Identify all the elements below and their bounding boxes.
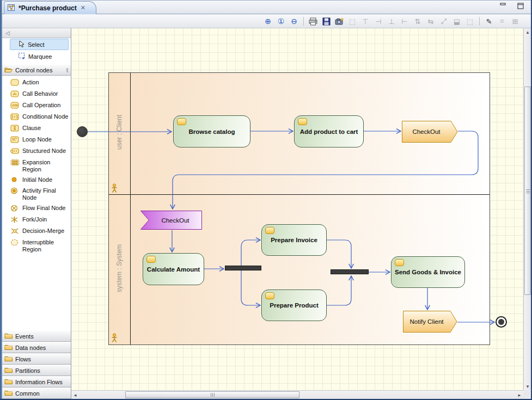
- flow-final-node-icon: [10, 205, 20, 213]
- tool-marquee-label: Marquee: [28, 53, 52, 60]
- folder-closed-icon: [4, 344, 13, 352]
- horizontal-scrollbar[interactable]: ◄ ►: [71, 390, 523, 399]
- fork-node[interactable]: [225, 266, 261, 270]
- zoom-original-icon[interactable]: ①: [275, 16, 287, 27]
- partition-label-system[interactable]: system : System: [115, 230, 123, 306]
- diagram-file-icon: [8, 4, 16, 13]
- palette-header[interactable]: ◁: [2, 28, 71, 38]
- initial-node[interactable]: [77, 126, 88, 137]
- save-icon[interactable]: [320, 16, 332, 27]
- grid-icon[interactable]: ⌗: [496, 16, 508, 27]
- palette-item-structured-node[interactable]: Structured Node: [2, 146, 71, 157]
- diagram-canvas[interactable]: user : Client system : System: [71, 28, 523, 390]
- palette-spacer: [2, 255, 71, 330]
- send-signal-checkout[interactable]: CheckOut: [402, 121, 458, 143]
- drawer-pin-icon[interactable]: ⟪: [66, 67, 69, 73]
- call-operation-icon: [10, 102, 20, 110]
- send-signal-notify-client[interactable]: Notify Client: [403, 311, 457, 333]
- vertical-scrollbar[interactable]: ▲ ▼: [523, 28, 531, 390]
- interruptible-region-icon: [10, 239, 20, 247]
- call-behavior-icon: [10, 90, 20, 99]
- align-top-icon: ⊤: [359, 16, 371, 27]
- action-badge-icon: [395, 259, 404, 266]
- palette-item-expansion-region[interactable]: Expansion Region: [2, 157, 71, 175]
- tool-marquee[interactable]: Marquee: [10, 51, 69, 62]
- scroll-right-icon[interactable]: ►: [516, 391, 523, 399]
- action-badge-icon: [298, 118, 307, 125]
- action-icon: [10, 79, 20, 87]
- activity-final-dot: [498, 319, 504, 325]
- action-calculate-amount[interactable]: Calculate Amount: [143, 253, 204, 285]
- palette-item-interruptible-region[interactable]: Interruptible Region: [2, 237, 71, 255]
- folder-closed-icon: [4, 378, 13, 386]
- tab-title: *Purchase product: [19, 4, 77, 12]
- accept-event-checkout[interactable]: CheckOut: [140, 211, 202, 230]
- maximize-view-button[interactable]: [516, 3, 525, 11]
- activity-final-node[interactable]: [496, 316, 507, 328]
- window-border-top: [0, 0, 532, 1]
- action-label: Browse catalog: [189, 128, 235, 135]
- zoom-in-icon[interactable]: ⊕: [262, 16, 274, 27]
- decision-merge-icon: [10, 227, 20, 236]
- marquee-icon: [18, 52, 26, 60]
- tool-select-label: Select: [28, 41, 45, 48]
- action-browse-catalog[interactable]: Browse catalog: [173, 115, 250, 147]
- distribute-horizontal-icon: ⇆: [425, 16, 437, 27]
- palette-item-loop-node[interactable]: Loop Node: [2, 134, 71, 146]
- tool-select[interactable]: Select: [10, 39, 69, 50]
- fork-join-icon: [10, 216, 20, 224]
- palette-item-initial-node[interactable]: Initial Node: [2, 175, 71, 186]
- actor-icon: [111, 333, 118, 344]
- print-icon[interactable]: [307, 16, 319, 27]
- minimize-view-button[interactable]: [498, 3, 508, 11]
- drawer-control-nodes[interactable]: Control nodes ⟪: [2, 64, 71, 76]
- palette-item-fork-join[interactable]: Fork/Join: [2, 214, 71, 226]
- partition-label-user-client[interactable]: user : Client: [115, 94, 123, 170]
- snapshot-icon[interactable]: [333, 16, 345, 27]
- drawer-partitions[interactable]: Partitions: [2, 365, 71, 376]
- palette-item-action[interactable]: Action: [2, 77, 71, 89]
- drawer-common[interactable]: Common: [2, 387, 71, 399]
- expansion-region-icon: [10, 159, 20, 167]
- palette-item-clause[interactable]: Clause: [2, 123, 71, 134]
- action-add-product-to-cart[interactable]: Add product to cart: [294, 115, 364, 147]
- action-label: Prepare Invoice: [271, 237, 317, 243]
- partition-divider[interactable]: [109, 194, 490, 195]
- scrollbar-corner: [523, 390, 531, 399]
- drawer-data-nodes[interactable]: Data nodes: [2, 342, 71, 353]
- drawer-events[interactable]: Events: [2, 330, 71, 342]
- palette-item-decision-merge[interactable]: Decision-Merge: [2, 226, 71, 237]
- palette-item-call-operation[interactable]: Call Operation: [2, 100, 71, 112]
- tab-close-icon[interactable]: ✕: [81, 4, 85, 11]
- drawer-flows[interactable]: Flows: [2, 353, 71, 365]
- action-prepare-invoice[interactable]: Prepare Invoice: [261, 224, 327, 256]
- action-prepare-product[interactable]: Prepare Product: [261, 290, 327, 321]
- action-label: Add product to cart: [300, 128, 358, 135]
- vertical-scroll-thumb[interactable]: [524, 87, 531, 295]
- tab-purchase-product[interactable]: *Purchase product ✕: [4, 1, 96, 14]
- folder-closed-icon: [4, 333, 13, 340]
- clause-icon: [10, 125, 20, 133]
- editor-tab-bar: *Purchase product ✕: [2, 1, 531, 14]
- join-node[interactable]: [331, 269, 369, 274]
- palette-item-flow-final-node[interactable]: Flow Final Node: [2, 203, 71, 214]
- distribute-vertical-icon: ⇅: [412, 16, 424, 27]
- loop-node-icon: [10, 136, 20, 144]
- scroll-left-icon[interactable]: ◄: [71, 391, 79, 399]
- zoom-out-icon[interactable]: ⊖: [288, 16, 300, 27]
- apply-appearance-icon[interactable]: ✎: [483, 16, 495, 27]
- action-send-goods-invoice[interactable]: Send Goods & Invoice: [391, 256, 465, 288]
- palette-item-conditional-node[interactable]: Conditional Node: [2, 112, 71, 123]
- palette-item-call-behavior[interactable]: Call Behavior: [2, 89, 71, 100]
- scroll-down-icon[interactable]: ▼: [524, 383, 531, 390]
- palette-item-activity-final-node[interactable]: Activity Final Node: [2, 186, 71, 203]
- palette-collapse-icon[interactable]: ◁: [5, 30, 10, 36]
- drawer-information-flows[interactable]: Information Flows: [2, 376, 71, 387]
- palette-items: Action Call Behavior Call Operation Cond…: [2, 76, 71, 255]
- align-left-icon: ⊣: [372, 16, 384, 27]
- scroll-up-icon[interactable]: ▲: [524, 28, 531, 36]
- palette-closed-drawers: Events Data nodes Flows Partitions Infor…: [2, 330, 71, 399]
- match-size-icon: ⤢: [438, 16, 450, 27]
- accept-event-label: CheckOut: [149, 211, 202, 230]
- horizontal-scroll-thumb[interactable]: [125, 391, 299, 398]
